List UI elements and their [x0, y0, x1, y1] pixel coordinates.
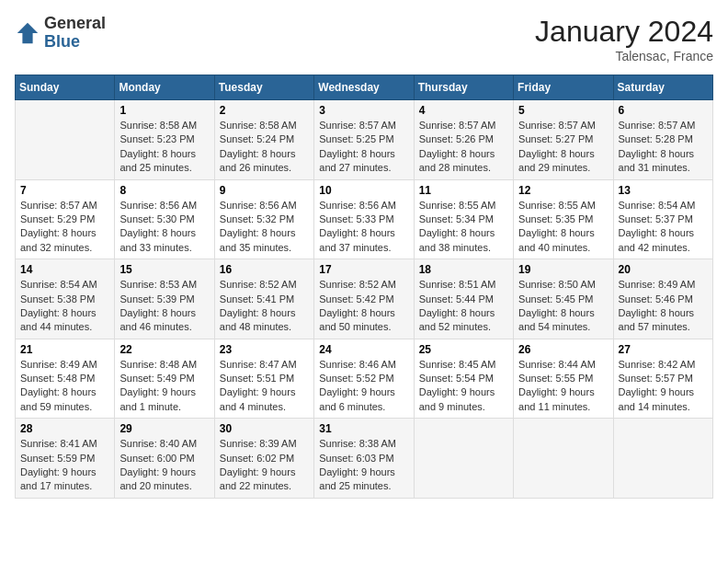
calendar-cell: 26 Sunrise: 8:44 AM Sunset: 5:55 PM Dayl… — [514, 339, 613, 419]
logo-general: General — [44, 15, 106, 33]
calendar-week-2: 14 Sunrise: 8:54 AM Sunset: 5:38 PM Dayl… — [16, 259, 713, 339]
sunset-text: Sunset: 6:03 PM — [319, 452, 408, 465]
sunrise-text: Sunrise: 8:57 AM — [419, 119, 508, 132]
cell-content: Sunrise: 8:49 AM Sunset: 5:48 PM Dayligh… — [20, 358, 109, 415]
calendar-cell: 22 Sunrise: 8:48 AM Sunset: 5:49 PM Dayl… — [115, 339, 214, 419]
daylight-text: Daylight: 8 hours and 28 minutes. — [419, 147, 508, 176]
cell-content: Sunrise: 8:54 AM Sunset: 5:37 PM Dayligh… — [619, 199, 708, 256]
calendar-cell: 23 Sunrise: 8:47 AM Sunset: 5:51 PM Dayl… — [214, 339, 313, 419]
day-number: 4 — [419, 104, 508, 117]
sunset-text: Sunset: 5:28 PM — [619, 132, 708, 146]
sunset-text: Sunset: 5:35 PM — [518, 213, 608, 226]
sunset-text: Sunset: 5:29 PM — [20, 213, 109, 226]
calendar-cell: 25 Sunrise: 8:45 AM Sunset: 5:54 PM Dayl… — [414, 339, 513, 419]
cell-content: Sunrise: 8:58 AM Sunset: 5:24 PM Dayligh… — [220, 119, 309, 176]
cell-content: Sunrise: 8:54 AM Sunset: 5:38 PM Dayligh… — [20, 278, 109, 335]
sunrise-text: Sunrise: 8:41 AM — [20, 437, 109, 451]
daylight-text: Daylight: 8 hours and 33 minutes. — [119, 226, 209, 255]
daylight-text: Daylight: 8 hours and 38 minutes. — [419, 226, 508, 255]
calendar-table: Sunday Monday Tuesday Wednesday Thursday… — [15, 75, 713, 499]
sunrise-text: Sunrise: 8:53 AM — [119, 278, 209, 292]
daylight-text: Daylight: 9 hours and 22 minutes. — [220, 465, 309, 494]
sunrise-text: Sunrise: 8:49 AM — [619, 278, 708, 292]
daylight-text: Daylight: 9 hours and 1 minute. — [119, 385, 209, 414]
sunrise-text: Sunrise: 8:57 AM — [20, 199, 109, 213]
day-number: 3 — [319, 104, 408, 117]
cell-content: Sunrise: 8:57 AM Sunset: 5:25 PM Dayligh… — [319, 119, 408, 176]
calendar-cell: 20 Sunrise: 8:49 AM Sunset: 5:46 PM Dayl… — [613, 259, 712, 339]
sunrise-text: Sunrise: 8:46 AM — [319, 358, 408, 372]
daylight-text: Daylight: 9 hours and 9 minutes. — [419, 385, 508, 414]
cell-content: Sunrise: 8:55 AM Sunset: 5:34 PM Dayligh… — [419, 199, 508, 256]
page-header: General Blue January 2024 Talensac, Fran… — [15, 15, 713, 63]
cell-content: Sunrise: 8:53 AM Sunset: 5:39 PM Dayligh… — [119, 278, 209, 335]
day-number: 26 — [518, 343, 608, 356]
daylight-text: Daylight: 9 hours and 6 minutes. — [319, 385, 408, 414]
logo-blue: Blue — [44, 33, 106, 52]
cell-content: Sunrise: 8:47 AM Sunset: 5:51 PM Dayligh… — [220, 358, 309, 415]
sunrise-text: Sunrise: 8:38 AM — [319, 437, 408, 451]
sunset-text: Sunset: 5:59 PM — [20, 452, 109, 465]
daylight-text: Daylight: 9 hours and 4 minutes. — [220, 385, 309, 414]
sunset-text: Sunset: 5:48 PM — [20, 372, 109, 385]
sunrise-text: Sunrise: 8:51 AM — [419, 278, 508, 292]
calendar-week-3: 21 Sunrise: 8:49 AM Sunset: 5:48 PM Dayl… — [16, 339, 713, 419]
daylight-text: Daylight: 8 hours and 50 minutes. — [319, 306, 408, 335]
header-friday: Friday — [514, 75, 613, 100]
daylight-text: Daylight: 8 hours and 42 minutes. — [619, 226, 708, 255]
day-number: 13 — [619, 184, 708, 197]
calendar-cell: 9 Sunrise: 8:56 AM Sunset: 5:32 PM Dayli… — [214, 179, 313, 259]
daylight-text: Daylight: 9 hours and 11 minutes. — [518, 385, 608, 414]
sunrise-text: Sunrise: 8:54 AM — [20, 278, 109, 292]
sunrise-text: Sunrise: 8:56 AM — [220, 199, 309, 213]
sunset-text: Sunset: 5:41 PM — [220, 293, 309, 306]
day-number: 23 — [220, 343, 309, 356]
sunrise-text: Sunrise: 8:58 AM — [119, 119, 209, 132]
calendar-cell: 4 Sunrise: 8:57 AM Sunset: 5:26 PM Dayli… — [414, 100, 513, 180]
calendar-cell: 6 Sunrise: 8:57 AM Sunset: 5:28 PM Dayli… — [613, 100, 712, 180]
calendar-cell — [613, 419, 712, 499]
cell-content: Sunrise: 8:52 AM Sunset: 5:41 PM Dayligh… — [220, 278, 309, 335]
calendar-cell: 17 Sunrise: 8:52 AM Sunset: 5:42 PM Dayl… — [314, 259, 414, 339]
header-thursday: Thursday — [414, 75, 513, 100]
cell-content: Sunrise: 8:56 AM Sunset: 5:32 PM Dayligh… — [220, 199, 309, 256]
logo-text: General Blue — [44, 15, 106, 52]
sunset-text: Sunset: 5:45 PM — [518, 293, 608, 306]
sunrise-text: Sunrise: 8:55 AM — [518, 199, 608, 213]
logo: General Blue — [15, 15, 106, 52]
calendar-cell: 28 Sunrise: 8:41 AM Sunset: 5:59 PM Dayl… — [16, 419, 115, 499]
cell-content: Sunrise: 8:44 AM Sunset: 5:55 PM Dayligh… — [518, 358, 608, 415]
calendar-cell: 27 Sunrise: 8:42 AM Sunset: 5:57 PM Dayl… — [613, 339, 712, 419]
daylight-text: Daylight: 8 hours and 25 minutes. — [119, 147, 209, 176]
sunset-text: Sunset: 5:42 PM — [319, 293, 408, 306]
daylight-text: Daylight: 8 hours and 48 minutes. — [220, 306, 309, 335]
title-block: January 2024 Talensac, France — [535, 15, 713, 63]
calendar-cell: 5 Sunrise: 8:57 AM Sunset: 5:27 PM Dayli… — [514, 100, 613, 180]
calendar-cell — [16, 100, 115, 180]
calendar-cell: 13 Sunrise: 8:54 AM Sunset: 5:37 PM Dayl… — [613, 179, 712, 259]
sunset-text: Sunset: 5:39 PM — [119, 293, 209, 306]
day-number: 11 — [419, 184, 508, 197]
day-number: 21 — [20, 343, 109, 356]
logo-icon — [15, 20, 40, 46]
day-number: 31 — [319, 422, 408, 435]
calendar-cell: 30 Sunrise: 8:39 AM Sunset: 6:02 PM Dayl… — [214, 419, 313, 499]
calendar-cell: 7 Sunrise: 8:57 AM Sunset: 5:29 PM Dayli… — [16, 179, 115, 259]
day-number: 10 — [319, 184, 408, 197]
sunset-text: Sunset: 5:33 PM — [319, 213, 408, 226]
sunset-text: Sunset: 5:38 PM — [20, 293, 109, 306]
cell-content: Sunrise: 8:57 AM Sunset: 5:27 PM Dayligh… — [518, 119, 608, 176]
cell-content: Sunrise: 8:49 AM Sunset: 5:46 PM Dayligh… — [619, 278, 708, 335]
calendar-cell: 19 Sunrise: 8:50 AM Sunset: 5:45 PM Dayl… — [514, 259, 613, 339]
sunrise-text: Sunrise: 8:55 AM — [419, 199, 508, 213]
cell-content: Sunrise: 8:46 AM Sunset: 5:52 PM Dayligh… — [319, 358, 408, 415]
calendar-cell: 31 Sunrise: 8:38 AM Sunset: 6:03 PM Dayl… — [314, 419, 414, 499]
sunrise-text: Sunrise: 8:56 AM — [119, 199, 209, 213]
day-number: 5 — [518, 104, 608, 117]
sunset-text: Sunset: 5:54 PM — [419, 372, 508, 385]
cell-content: Sunrise: 8:45 AM Sunset: 5:54 PM Dayligh… — [419, 358, 508, 415]
sunrise-text: Sunrise: 8:39 AM — [220, 437, 309, 451]
sunrise-text: Sunrise: 8:40 AM — [119, 437, 209, 451]
daylight-text: Daylight: 8 hours and 40 minutes. — [518, 226, 608, 255]
day-number: 25 — [419, 343, 508, 356]
